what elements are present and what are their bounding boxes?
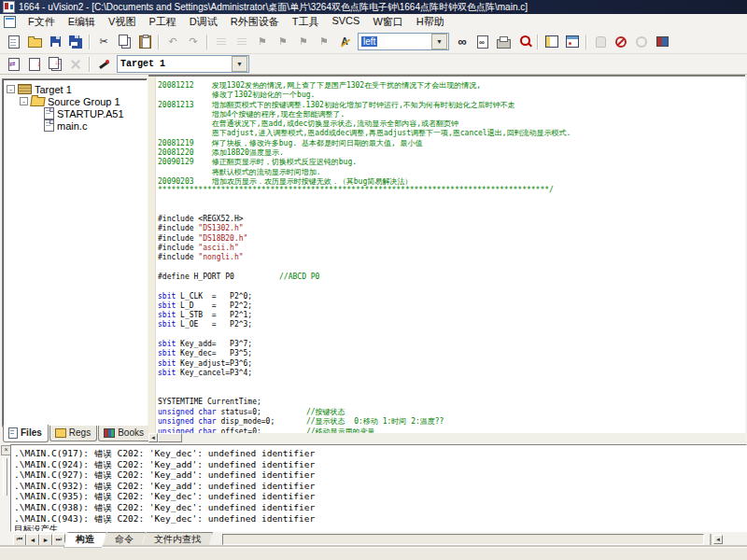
build-target-button[interactable] <box>24 55 45 74</box>
output-line[interactable]: .\MAIN.C(938): 错误 C202: 'Key_dec': undef… <box>14 502 746 513</box>
code-line[interactable]: 在普通状况下,恩add,或dec切换显示状态,流动显示全部内容,或者翻页钟 <box>158 119 745 128</box>
paste-button[interactable] <box>134 33 155 51</box>
code-line[interactable] <box>158 388 745 398</box>
next-bookmark-button[interactable]: ⚑ <box>273 33 293 51</box>
output-horizontal-scrollbar[interactable] <box>222 534 704 545</box>
breakpoint-button[interactable] <box>611 33 631 51</box>
code-line[interactable]: sbit Key_add= P3^7; <box>158 340 745 349</box>
code-line[interactable] <box>158 378 745 387</box>
code-line[interactable] <box>158 330 745 340</box>
secondary-scrollbar[interactable]: ◄ <box>710 534 741 546</box>
code-line[interactable]: #include "DS18B20.h" <box>158 234 745 244</box>
output-line[interactable]: .\MAIN.C(917): 错误 C202: 'Key_dec': undef… <box>14 448 746 459</box>
save-button[interactable] <box>45 33 65 51</box>
rebuild-all-button[interactable] <box>45 55 65 74</box>
code-line[interactable]: sbit Key_dec= P3^5; <box>158 349 745 358</box>
code-line[interactable]: #include <REGX52.H> <box>158 215 745 224</box>
menu-item-T工具[interactable]: T工具 <box>286 14 326 30</box>
tree-expander[interactable]: - <box>7 85 15 93</box>
output-line[interactable]: .\MAIN.C(932): 错误 C202: 'Key_add': undef… <box>14 481 746 492</box>
code-line[interactable]: sbit L_STB = P2^1; <box>158 311 745 320</box>
scroll-left-arrow[interactable]: ◄ <box>148 433 158 442</box>
menu-item-F文件[interactable]: F文件 <box>21 14 62 30</box>
code-line[interactable]: sbit Key_adjust=P3^6; <box>158 359 745 369</box>
code-line[interactable] <box>158 196 745 205</box>
output-line[interactable]: .\MAIN.C(943): 错误 C202: 'Key_dec': undef… <box>14 513 746 525</box>
project-workspace-panel[interactable]: -Target 1-Source Group 1STARTUP.A51main.… <box>2 78 148 427</box>
tab-first-button[interactable]: ⏮ <box>13 534 26 546</box>
find-combo[interactable]: left ▼ <box>358 33 449 50</box>
print-button[interactable] <box>493 33 514 51</box>
child-window-icon[interactable] <box>4 16 16 28</box>
save-all-button[interactable] <box>65 33 86 51</box>
output-line[interactable]: .\MAIN.C(927): 错误 C202: 'Key_add': undef… <box>14 469 746 481</box>
scrollbar-thumb[interactable] <box>158 433 182 442</box>
code-line[interactable]: sbit L_D = P2^2; <box>158 301 745 311</box>
code-line[interactable]: 20081213 增加翻页模式下的按键调整.1302初始化增加了时钟运行,不知为… <box>158 100 745 109</box>
code-line[interactable]: ****************************************… <box>158 186 745 195</box>
search-button[interactable] <box>514 33 534 51</box>
copy-button[interactable] <box>114 33 134 51</box>
target-combo-dropdown-arrow[interactable]: ▼ <box>232 56 247 72</box>
menu-item-P工程[interactable]: P工程 <box>142 14 182 30</box>
tab-next-button[interactable]: ► <box>39 534 52 546</box>
prev-bookmark-button[interactable]: ⚑ <box>293 33 314 51</box>
code-line[interactable] <box>158 205 745 215</box>
target-combo[interactable]: Target 1 ▼ <box>117 55 249 73</box>
kill-breakpoints-button[interactable] <box>652 33 672 51</box>
code-line[interactable]: 20090129 修正翻页显示时，切换模式反应迟钝的bug. <box>158 157 745 166</box>
menu-item-V视图[interactable]: V视图 <box>102 14 142 30</box>
panel-tab-regs[interactable]: Regs <box>49 426 97 441</box>
code-line[interactable]: #define H_PORT P0 //ABCD P0 <box>158 273 745 282</box>
tree-item-startup.a51[interactable]: STARTUP.A51 <box>7 107 147 119</box>
output-pane[interactable]: .\MAIN.C(917): 错误 C202: 'Key_dec': undef… <box>10 444 747 532</box>
tab-prev-button[interactable]: ◄ <box>26 534 39 546</box>
tree-expander[interactable]: - <box>20 97 28 105</box>
code-editor[interactable]: 20081212 发现1302发热的情况,网上查了下是国产1302在受干扰的情况… <box>148 77 745 433</box>
code-line[interactable]: unsigned char offset=0; //移动显示用的变量 <box>158 427 745 433</box>
code-line[interactable]: #include "DS1302.h" <box>158 224 745 233</box>
find-button[interactable]: ∞ <box>452 33 472 51</box>
secondary-scroll-left-arrow[interactable]: ◄ <box>713 535 723 544</box>
code-line[interactable]: 20081212 发现1302发热的情况,网上查了下是国产1302在受干扰的情况… <box>158 80 745 90</box>
redo-button[interactable]: ↷ <box>183 33 204 51</box>
debug-session-button[interactable] <box>590 33 611 51</box>
output-drag-grip[interactable] <box>3 458 7 496</box>
code-line[interactable]: unsigned char status=0; //按键状态 <box>158 407 745 416</box>
code-line[interactable]: sbit L_OE = P2^3; <box>158 320 745 329</box>
code-line[interactable]: sbit L_CLK = P2^0; <box>158 292 745 301</box>
undo-button[interactable]: ↶ <box>162 33 183 51</box>
code-line[interactable]: 恩下adjust,进入调整模式,恩add或dec调整,再恩adjust调整下一项… <box>158 128 745 137</box>
output-line[interactable]: .\MAIN.C(924): 错误 C202: 'Key_add': undef… <box>14 459 746 470</box>
menu-item-E编辑[interactable]: E编辑 <box>62 14 102 30</box>
target-options-button[interactable] <box>93 55 114 74</box>
code-line[interactable]: 将默认模式的流动显示时间增加. <box>158 167 745 176</box>
panel-tab-files[interactable]: Files <box>3 425 49 442</box>
indent-button[interactable] <box>211 33 232 51</box>
open-file-button[interactable] <box>24 33 45 51</box>
disable-breakpoints-button[interactable] <box>631 33 652 51</box>
code-line[interactable]: 修改了1302初始化的一个bug. <box>158 90 745 99</box>
code-line[interactable] <box>158 263 745 273</box>
output-window-button[interactable] <box>562 33 583 51</box>
code-line[interactable]: 20081219 焊了块板，修改许多bug. 基本都是时间日期的最大值, 最小值 <box>158 138 745 147</box>
stop-build-button[interactable] <box>65 55 86 74</box>
toggle-bookmark-button[interactable]: ⚑ <box>252 33 273 51</box>
find-combo-dropdown-arrow[interactable]: ▼ <box>431 34 447 49</box>
code-line[interactable]: SYSTEMTIME CurrentTime; <box>158 398 745 407</box>
menu-item-W窗口[interactable]: W窗口 <box>366 14 409 30</box>
code-line[interactable]: #include "ascii.h" <box>158 244 745 253</box>
code-line[interactable]: sbit Key_cancel=P3^4; <box>158 369 745 378</box>
code-line[interactable]: #include "nongli.h" <box>158 253 745 262</box>
code-line[interactable]: 20081220 添加18B20温度显示. <box>158 147 745 157</box>
output-tab-命令[interactable]: 命令 <box>103 532 146 548</box>
tree-item-target-1[interactable]: -Target 1 <box>7 83 147 95</box>
output-tab-构造[interactable]: 构造 <box>63 532 106 548</box>
menu-item-H帮助[interactable]: H帮助 <box>410 14 451 30</box>
tree-item-source-group-1[interactable]: -Source Group 1 <box>7 95 147 107</box>
output-tab-文件内查找[interactable]: 文件内查找 <box>142 532 213 548</box>
menu-item-SVCS[interactable]: SVCS <box>325 14 366 30</box>
find-in-files-button[interactable] <box>472 33 493 51</box>
cut-button[interactable]: ✂ <box>93 33 114 51</box>
new-file-button[interactable] <box>4 33 24 51</box>
